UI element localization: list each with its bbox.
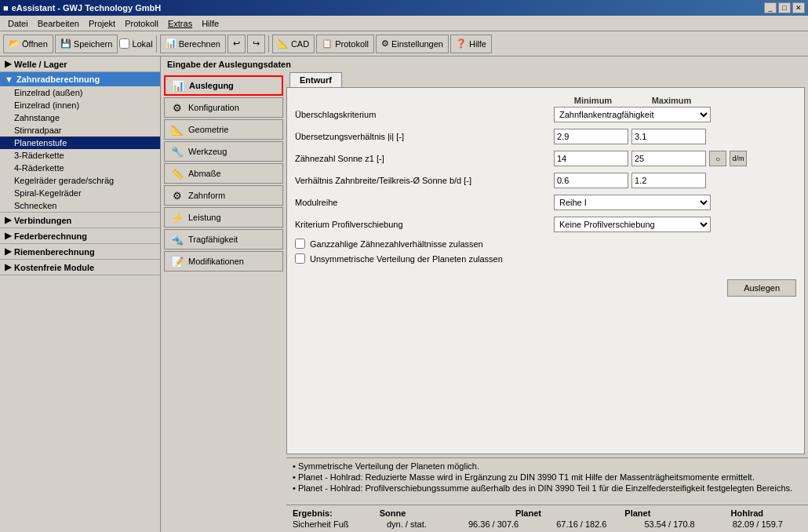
result-row: Sicherheit Fuß dyn. / stat. 96.36 / 307.… [293,519,802,529]
col-header-max: Maximum [632,96,711,105]
info-text-2: • Planet - Hohlrad: Reduzierte Masse wir… [293,472,802,482]
auslegung-icon: 📊 [170,80,186,92]
select-modulreihe[interactable]: Reihe I [554,195,711,210]
sidebar-header-kostenfreie[interactable]: ▶ Kostenfreie Module [0,260,160,275]
sidebar-item-spiral-kegelrader[interactable]: Spiral-Kegelräder [0,187,160,199]
input-zahnezahl-min[interactable] [554,151,628,166]
input-verhaltnis-max[interactable] [631,173,706,188]
zahnezahl-btn1[interactable]: ○ [709,151,726,166]
zahnezahl-btn2[interactable]: d/m [730,151,747,166]
sidebar-item-4-raderkette[interactable]: 4-Räderkette [0,162,160,174]
auslegung-btn[interactable]: 📊 Auslegung [164,75,283,96]
form-tabs: Entwurf [289,72,808,87]
row-profilverschiebung: Kriterium Profilverschiebung Keine Profi… [295,217,796,232]
geometrie-btn[interactable]: 📐 Geometrie [164,119,283,140]
label-modulreihe: Modulreihe [295,198,554,207]
sidebar-header-riemen[interactable]: ▶ Riemenberechnung [0,244,160,259]
result-row-sublabel: dyn. / stat. [387,519,449,529]
right-panel: Entwurf Minimum Maximum Überschlagskrite… [286,72,808,532]
input-zahnezahl-max[interactable] [631,151,706,166]
werkzeug-btn[interactable]: 🔧 Werkzeug [164,141,283,162]
inputs-zahnezahl: ○ d/m [554,151,747,166]
sidebar-item-kegelrader[interactable]: Kegelräder gerade/schräg [0,174,160,187]
checkbox-row-1: Ganzzahlige Zähnezahlverhältnisse zulass… [295,239,796,249]
info-text-3: • Planet - Hohlrad: Profilverschiebungss… [293,483,802,493]
maximize-button[interactable]: □ [778,2,791,13]
sidebar-header-zahnrad[interactable]: ▼ Zahnradberechnung [0,72,160,86]
sidebar-item-zahnstange[interactable]: Zahnstange [0,111,160,124]
tab-entwurf[interactable]: Entwurf [289,72,342,87]
help-button[interactable]: ❓ Hilfe [450,35,492,53]
result-col-header-hohlrad: Hohlrad [693,508,802,518]
protocol-button[interactable]: 📋 Protokoll [316,35,374,53]
select-profilverschiebung[interactable]: Keine Profilverschiebung [554,217,711,232]
row-uberschlagskriterium: Überschlagskriterium Zahnflankentragfähi… [295,107,796,122]
protocol-icon: 📋 [322,38,333,49]
leistung-btn[interactable]: ⚡ Leistung [164,207,283,228]
sidebar-item-stirnradpaar[interactable]: Stirnradpaar [0,124,160,137]
label-uberschlagskriterium: Überschlagskriterium [295,110,554,119]
sidebar-item-einzelrad-innen[interactable]: Einzelrad (innen) [0,99,160,111]
title-bar-buttons: _ □ ✕ [764,2,805,13]
sidebar-item-planetenstufe[interactable]: Planetenstufe [0,137,160,149]
werkzeug-icon: 🔧 [169,146,185,158]
minimize-button[interactable]: _ [764,2,777,13]
inputs-uberschlagskriterium: Zahnflankentragfähigkeit [554,107,711,122]
back-button[interactable]: ↩ [227,35,246,53]
menu-hilfe[interactable]: Hilfe [197,17,224,30]
forward-button[interactable]: ↪ [247,35,265,53]
zahnform-btn[interactable]: ⚙ Zahnform [164,185,283,206]
local-checkbox-container: Lokal [119,38,152,49]
modifikationen-btn[interactable]: 📝 Modifikationen [164,251,283,271]
sidebar-header-feder[interactable]: ▶ Federberechnung [0,228,160,243]
kostenfreie-arrow-icon: ▶ [5,262,11,272]
result-col-header-sonne: Sonne [380,508,474,518]
open-button[interactable]: 📂 Öffnen [3,35,53,53]
sidebar-item-schnecken[interactable]: Schnecken [0,199,160,212]
auslegen-button[interactable]: Auslegen [727,279,796,297]
calculate-button[interactable]: 📊 Berechnen [160,35,226,53]
unsymmetrische-checkbox[interactable] [295,253,305,264]
menu-protokoll[interactable]: Protokoll [120,17,163,30]
sidebar-item-3-raderkette[interactable]: 3-Räderkette [0,149,160,162]
inputs-profilverschiebung: Keine Profilverschiebung [554,217,711,232]
form-col-headers: Minimum Maximum [554,96,796,105]
cad-button[interactable]: 📐 CAD [272,35,315,53]
bottom-info: • Symmetrische Verteilung der Planeten m… [286,457,808,505]
toolbar: 📂 Öffnen 💾 Speichern Lokal 📊 Berechnen ↩… [0,31,808,56]
konfiguration-btn[interactable]: ⚙ Konfiguration [164,97,283,118]
ganzzahlige-checkbox[interactable] [295,239,305,249]
abmasse-btn[interactable]: 📏 Abmaße [164,163,283,184]
menu-extras[interactable]: Extras [163,17,197,30]
form-area: Minimum Maximum Überschlagskriterium Zah… [286,87,805,454]
input-ubersetzung-min[interactable] [554,129,628,144]
feder-arrow-icon: ▶ [5,231,11,241]
help-icon: ❓ [456,38,467,49]
zahnform-icon: ⚙ [169,190,185,202]
back-icon: ↩ [233,38,240,49]
sidebar-group-zahnrad: ▼ Zahnradberechnung Einzelrad (außen) Ei… [0,72,160,213]
input-verhaltnis-min[interactable] [554,173,628,188]
save-button[interactable]: 💾 Speichern [55,35,118,53]
row-verhaltnis: Verhältnis Zahnbreite/Teilkreis-Ø Sonne … [295,173,796,188]
settings-button[interactable]: ⚙ Einstellungen [376,35,449,53]
sidebar-header-verbindungen[interactable]: ▶ Verbindungen [0,213,160,228]
app-icon: ■ [3,3,9,13]
menu-bearbeiten[interactable]: Bearbeiten [33,17,84,30]
forward-icon: ↪ [253,38,260,49]
tragfahigkeit-btn[interactable]: 🔩 Tragfähigkeit [164,229,283,250]
sidebar-item-einzelrad-aussen[interactable]: Einzelrad (außen) [0,86,160,99]
input-ubersetzung-max[interactable] [631,129,706,144]
col-header-min: Minimum [554,96,632,105]
result-row-label: Sicherheit Fuß [293,519,387,529]
ganzzahlige-label: Ganzzahlige Zähnezahlverhältnisse zulass… [310,239,483,249]
close-button[interactable]: ✕ [792,2,805,13]
menu-projekt[interactable]: Projekt [84,17,120,30]
result-col-header-planet1: Planet [474,508,583,518]
sidebar-header-welle[interactable]: ▶ Welle / Lager [0,56,160,71]
local-checkbox[interactable] [119,38,129,49]
row-ubersetzung: Übersetzungsverhältnis |i| [-] [295,129,796,144]
select-uberschlagskriterium[interactable]: Zahnflankentragfähigkeit [554,107,711,122]
menu-datei[interactable]: Datei [3,17,33,30]
result-val-sonne: 96.36 / 307.6 [449,519,537,529]
